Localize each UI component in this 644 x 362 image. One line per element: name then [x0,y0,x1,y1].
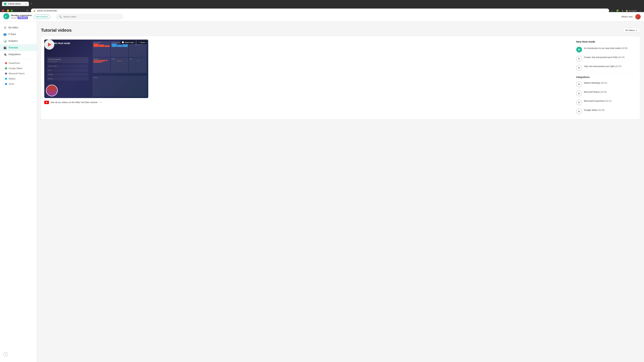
sidebar-item-microsoft-teams[interactable]: Microsoft Teams [0,71,37,76]
youtube-play-icon [46,102,48,103]
video-item-title-ms-powerpoint: Microsoft PowerPoint (02:22) [584,99,636,103]
new-tab-button[interactable]: + [30,1,33,6]
video-item-ms-powerpoint[interactable]: Microsoft PowerPoint (02:22) [576,98,636,107]
browser-tab-bar: S Tutorial videos ✕ + [2,1,642,6]
org-name: Moodjoy organization [11,14,32,16]
search-input[interactable] [63,15,120,18]
video-item-add-qa[interactable]: Add, test and present your Q&A (02:47) [576,63,636,72]
play-icon-active [578,49,580,51]
tutorials-icon: 🎬 [3,46,7,49]
youtube-logo [44,101,49,104]
play-icon-webex [578,83,580,85]
sidebar-item-team[interactable]: 👥 8 Team [0,31,37,37]
video-player[interactable]: slido host meeting My interactions Audie… [44,39,148,98]
google-slides-label: Google Slides [9,67,22,69]
video-item-host-mode-intro[interactable]: An introduction to our new Host mode (00… [576,45,636,54]
video-top-overlay: 🕐 Watch later ↗ Share [44,39,148,45]
webex-icon [5,78,7,80]
help-button[interactable]: ? [3,352,8,357]
window-maximize-button[interactable] [11,9,13,12]
search-bar[interactable]: 🔍 [56,14,123,19]
app-wrapper: s Moodjoy organization Owner UPGRADE New… [0,14,644,362]
google-slides-icon [5,67,7,69]
microsoft-teams-label: Microsoft Teams [9,72,24,75]
page-header: Tutorial videos All videos ▼ [41,28,640,33]
play-circle-google-slides [576,109,582,114]
org-info: Moodjoy organization Owner UPGRADE [11,14,32,19]
window-close-button[interactable] [2,9,4,12]
zoom-label: Zoom [9,83,14,85]
video-mockup-header: slido host meeting My interactions [47,57,88,63]
sidebar-item-integrations[interactable]: 🔌 Integrations [0,51,37,58]
active-tab[interactable]: S Tutorial videos ✕ [2,2,29,6]
video-section: slido host meeting My interactions Audie… [44,39,572,116]
incognito-button[interactable]: 🕵 Incognito [626,9,637,12]
video-item-ms-teams[interactable]: Microsoft Teams (02:55) [576,89,636,98]
filter-label: All videos [625,29,634,31]
sidebar-label-integrations: Integrations [8,53,21,56]
powerpoint-label: PowerPoint [9,62,20,64]
video-item-info-webex: Webex Meetings (03:51) [584,81,636,84]
sidebar: ⊡ My slidos 👥 8 Team 📊 Analytics 🎬 Tutor… [0,21,37,362]
window-minimize-button[interactable] [7,9,9,12]
watch-later-button[interactable]: 🕐 Watch later [120,40,135,44]
sidebar-item-webex[interactable]: Webex [0,76,37,81]
powerpoint-icon [5,62,7,64]
avatar[interactable]: 🇹🇩 [635,14,641,19]
whats-new-button[interactable]: What's new [621,15,632,18]
clock-icon: 🕐 [122,41,124,43]
team-icon: 👥 [3,32,7,36]
sidebar-label-tutorials: Tutorials [8,46,18,49]
video-play-button[interactable] [44,39,54,50]
sidebar-divider [3,59,34,59]
my-slidos-icon: ⊡ [3,26,7,29]
avatar-flag: 🇹🇩 [639,18,641,19]
card-body: slido host meeting My interactions Audie… [44,39,636,116]
tab-label: Tutorial videos [8,3,21,5]
video-survey-area: Survey [91,75,148,98]
content-card: slido host meeting My interactions Audie… [41,36,640,119]
section-title-host-mode: New Host mode [576,39,636,43]
page-title: Tutorial videos [41,28,72,33]
play-icon-ms-powerpoint [578,101,580,103]
video-item-create-polls[interactable]: Create, test and present your Polls (02:… [576,54,636,63]
lock-icon: 🔒 [33,9,36,12]
analytics-icon: 📊 [3,39,7,42]
webex-label: Webex [9,77,16,80]
video-item-webex[interactable]: Webex Meetings (03:51) [576,80,636,89]
play-icon-qa [578,67,580,69]
video-item-info-polls: Create, test and present your Polls (02:… [584,56,636,59]
video-item-google-slides[interactable]: Google Slides (02:59) [576,107,636,116]
sidebar-label-analytics: Analytics [8,39,18,42]
video-item-title-webex: Webex Meetings (03:51) [584,81,636,84]
filter-dropdown[interactable]: All videos ▼ [623,28,640,33]
sidebar-item-analytics[interactable]: 📊 Analytics [0,37,37,44]
sidebar-item-google-slides[interactable]: Google Slides [0,66,37,71]
play-icon-ms-teams [578,92,580,94]
video-item-title-qa: Add, test and present your Q&A (02:47) [584,65,636,68]
play-circle-ms-powerpoint [576,99,582,105]
svg-text:s: s [5,15,6,18]
upgrade-button[interactable]: UPGRADE [18,16,28,19]
play-circle-active [576,47,582,52]
video-presenter-avatar [46,85,58,96]
tab-close-button[interactable]: ✕ [25,3,27,5]
sidebar-label-my-slidos: My slidos [8,26,18,29]
search-icon: 🔍 [59,15,62,18]
video-item-title-ms-teams: Microsoft Teams (02:55) [584,90,636,93]
video-item-info-google-slides: Google Slides (02:59) [584,109,636,112]
play-icon-polls [578,58,580,60]
sidebar-label-team: 8 Team [8,33,16,35]
sidebar-item-tutorials[interactable]: 🎬 Tutorials [0,44,37,51]
logo-area: s Moodjoy organization Owner UPGRADE New… [3,14,50,20]
video-item-title-host-mode: An introduction to our new Host mode (00… [584,47,636,50]
sidebar-item-powerpoint[interactable]: PowerPoint [0,60,37,66]
new-interface-button[interactable]: New interface [34,14,50,19]
youtube-link[interactable]: See all our videos on the Slido YouTube … [44,101,572,104]
sidebar-item-zoom[interactable]: Zoom [0,81,37,86]
share-button[interactable]: ↗ Share [137,40,146,44]
incognito-icon: 🕵 [626,9,628,12]
slido-logo: s [3,14,10,20]
video-item-title-google-slides: Google Slides (02:59) [584,109,636,112]
sidebar-item-my-slidos[interactable]: ⊡ My slidos [0,24,37,31]
